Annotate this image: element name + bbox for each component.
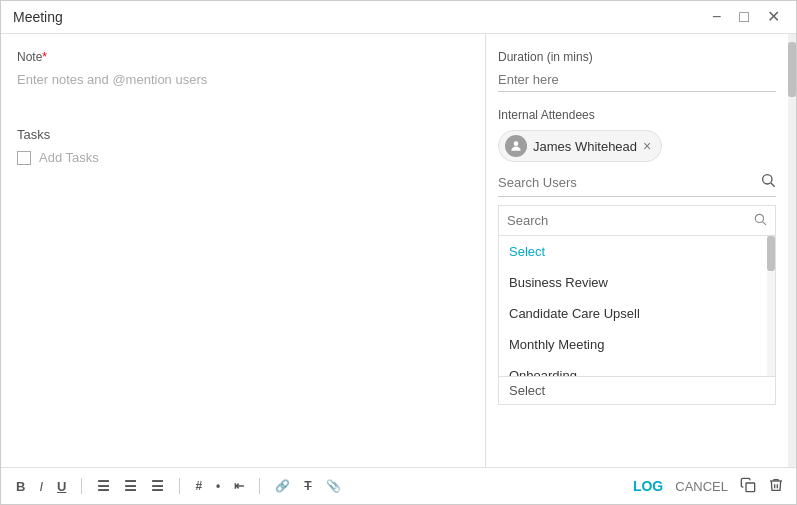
avatar xyxy=(505,135,527,157)
attach-button[interactable]: 📎 xyxy=(323,477,344,495)
attendee-chip: James Whitehead × xyxy=(498,130,662,162)
link-button[interactable]: 🔗 xyxy=(272,477,293,495)
right-outer: Duration (in mins) Internal Attendees Ja… xyxy=(486,34,796,467)
dropdown-scrollbar-thumb xyxy=(767,236,775,271)
modal-title: Meeting xyxy=(13,9,63,25)
cancel-button[interactable]: CANCEL xyxy=(675,479,728,494)
modal-container: Meeting − □ ✕ Note* Enter notes and @men… xyxy=(0,0,797,505)
add-tasks-row: Add Tasks xyxy=(17,150,469,165)
attendee-remove-button[interactable]: × xyxy=(643,139,651,153)
bold-button[interactable]: B xyxy=(13,477,28,496)
dropdown-search-input[interactable] xyxy=(507,213,753,228)
duration-field: Duration (in mins) xyxy=(498,50,776,92)
internal-attendees-label: Internal Attendees xyxy=(498,108,776,122)
footer-right: LOG CANCEL xyxy=(633,477,784,496)
dropdown-scrollbar[interactable] xyxy=(767,236,775,376)
note-placeholder[interactable]: Enter notes and @mention users xyxy=(17,72,469,87)
svg-line-4 xyxy=(763,222,766,225)
align-center-button[interactable]: ☰ xyxy=(121,476,140,496)
duration-label: Duration (in mins) xyxy=(498,50,776,64)
right-panel-scrollbar-thumb xyxy=(788,42,796,97)
dropdown-search-row xyxy=(499,206,775,236)
search-users-input[interactable] xyxy=(498,175,760,190)
tasks-label: Tasks xyxy=(17,127,469,142)
svg-point-1 xyxy=(763,175,772,184)
left-panel: Note* Enter notes and @mention users Tas… xyxy=(1,34,486,467)
minimize-button[interactable]: − xyxy=(708,7,725,27)
ordered-list-button[interactable]: # xyxy=(192,477,205,495)
right-panel-scrollbar[interactable] xyxy=(788,34,796,467)
dropdown-item-candidate-care[interactable]: Candidate Care Upsell xyxy=(499,298,767,329)
title-bar-actions: − □ ✕ xyxy=(708,7,784,27)
toolbar-divider-2 xyxy=(179,478,180,494)
search-users-row xyxy=(498,172,776,197)
dropdown-container: Select Business Review Candidate Care Up… xyxy=(498,205,776,405)
svg-point-3 xyxy=(755,214,763,222)
select-bottom[interactable]: Select xyxy=(499,376,775,404)
svg-point-0 xyxy=(514,141,519,146)
toolbar: B I U ☰ ☰ ☰ # • ⇤ 🔗 T 📎 xyxy=(13,476,344,496)
outdent-button[interactable]: ⇤ xyxy=(231,477,247,495)
unordered-list-button[interactable]: • xyxy=(213,477,223,495)
strike-button[interactable]: T xyxy=(301,477,314,495)
underline-button[interactable]: U xyxy=(54,477,69,496)
svg-rect-5 xyxy=(746,483,755,492)
dropdown-search-icon xyxy=(753,212,767,229)
svg-line-2 xyxy=(771,183,775,187)
attendee-name: James Whitehead xyxy=(533,139,637,154)
log-button[interactable]: LOG xyxy=(633,478,663,494)
copy-button[interactable] xyxy=(740,477,756,496)
dropdown-item-monthly-meeting[interactable]: Monthly Meeting xyxy=(499,329,767,360)
add-task-checkbox[interactable] xyxy=(17,151,31,165)
search-users-icon-button[interactable] xyxy=(760,172,776,192)
dropdown-item-business-review[interactable]: Business Review xyxy=(499,267,767,298)
modal-footer: B I U ☰ ☰ ☰ # • ⇤ 🔗 T 📎 LOG CANCEL xyxy=(1,467,796,504)
toolbar-divider-3 xyxy=(259,478,260,494)
right-panel: Duration (in mins) Internal Attendees Ja… xyxy=(486,34,788,467)
delete-button[interactable] xyxy=(768,477,784,496)
note-label: Note* xyxy=(17,50,469,64)
tasks-section: Tasks Add Tasks xyxy=(17,127,469,165)
modal-body: Note* Enter notes and @mention users Tas… xyxy=(1,34,796,467)
maximize-button[interactable]: □ xyxy=(735,7,753,27)
dropdown-item-onboarding[interactable]: Onboarding xyxy=(499,360,767,376)
dropdown-item-select[interactable]: Select xyxy=(499,236,767,267)
dropdown-list-wrapper: Select Business Review Candidate Care Up… xyxy=(499,236,775,376)
align-right-button[interactable]: ☰ xyxy=(148,476,167,496)
duration-input[interactable] xyxy=(498,68,776,92)
title-bar: Meeting − □ ✕ xyxy=(1,1,796,34)
internal-attendees-section: Internal Attendees James Whitehead × xyxy=(498,108,776,405)
add-tasks-text: Add Tasks xyxy=(39,150,99,165)
align-left-button[interactable]: ☰ xyxy=(94,476,113,496)
toolbar-divider-1 xyxy=(81,478,82,494)
dropdown-list: Select Business Review Candidate Care Up… xyxy=(499,236,767,376)
italic-button[interactable]: I xyxy=(36,477,46,496)
close-button[interactable]: ✕ xyxy=(763,7,784,27)
